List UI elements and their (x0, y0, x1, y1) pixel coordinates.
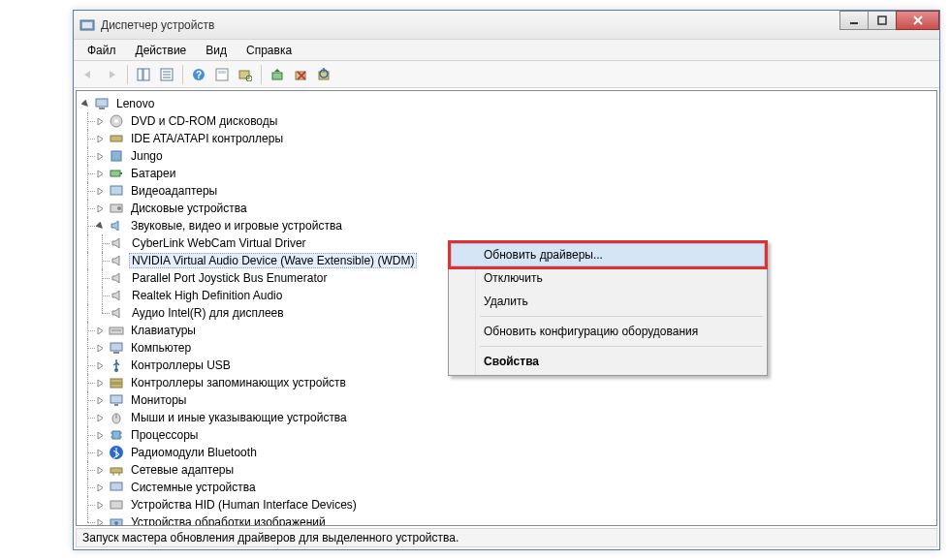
menu-item-label: Удалить (484, 295, 528, 308)
svg-rect-15 (218, 71, 226, 74)
svg-rect-6 (138, 69, 142, 80)
imaging-icon (109, 514, 124, 526)
expand-icon[interactable] (95, 203, 106, 214)
tree-label: NVIDIA Virtual Audio Device (Wave Extens… (129, 253, 417, 268)
keyboard-icon (109, 323, 124, 338)
statusbar: Запуск мастера обновления драйверов для … (76, 528, 937, 547)
context-menu-separator (480, 346, 763, 347)
expand-icon[interactable] (95, 186, 106, 197)
tree-label: Мыши и иные указывающие устройства (128, 410, 350, 425)
expand-icon[interactable] (95, 430, 106, 441)
tree-label: Jungo (128, 148, 166, 164)
svg-rect-55 (111, 501, 122, 509)
expand-icon[interactable] (95, 500, 106, 511)
forward-button[interactable] (101, 64, 122, 85)
uninstall-button[interactable] (290, 64, 311, 85)
tree-item-dvd[interactable]: DVD и CD-ROM дисководы (80, 112, 933, 130)
sound-icon (109, 218, 124, 233)
svg-rect-54 (111, 482, 122, 490)
tree-label: Устройства обработки изображений (128, 514, 329, 526)
disable-button[interactable] (313, 64, 334, 85)
expand-icon[interactable] (95, 169, 106, 179)
back-button[interactable] (78, 64, 99, 85)
tree-item-imaging[interactable]: Устройства обработки изображений (80, 513, 933, 526)
tree-item-bt[interactable]: Радиомодули Bluetooth (80, 444, 933, 461)
expand-icon[interactable] (95, 326, 106, 336)
collapse-icon[interactable] (95, 221, 106, 232)
context-menu-scan[interactable]: Обновить конфигурацию оборудования (451, 320, 765, 343)
menu-file[interactable]: Файл (78, 42, 126, 59)
tree-label: Компьютер (128, 340, 194, 356)
tree-item-batteries[interactable]: Батареи (80, 165, 933, 182)
tree-label: IDE ATA/ATAPI контроллеры (128, 131, 286, 146)
collapse-icon[interactable] (80, 99, 91, 109)
tree-item-disk[interactable]: Дисковые устройства (80, 200, 933, 217)
expand-icon[interactable] (95, 465, 106, 476)
speaker-icon (110, 235, 125, 251)
expand-icon[interactable] (95, 448, 106, 458)
titlebar[interactable]: Диспетчер устройств (74, 11, 939, 40)
tree-item-system[interactable]: Системные устройства (80, 479, 933, 496)
tree-item-video[interactable]: Видеоадаптеры (80, 182, 933, 200)
computer-icon (109, 340, 124, 356)
speaker-icon (110, 288, 125, 303)
context-menu-update-drivers[interactable]: Обновить драйверы... (451, 243, 765, 266)
context-menu-disable[interactable]: Отключить (451, 266, 765, 290)
expand-icon[interactable] (95, 116, 106, 127)
svg-rect-30 (120, 172, 122, 174)
tree-item-net[interactable]: Сетевые адаптеры (80, 461, 933, 479)
context-menu-delete[interactable]: Удалить (451, 290, 765, 313)
svg-rect-31 (111, 186, 122, 195)
tree-item-sound[interactable]: Звуковые, видео и игровые устройства (80, 217, 933, 234)
expand-icon[interactable] (95, 134, 106, 144)
context-menu-separator (480, 316, 763, 317)
context-menu-properties[interactable]: Свойства (451, 350, 765, 373)
window-controls (840, 11, 939, 30)
tree-item-storage[interactable]: Контроллеры запоминающих устройств (80, 374, 933, 391)
expand-icon[interactable] (95, 151, 106, 162)
tree-label: Процессоры (128, 427, 202, 443)
tree-item-jungo[interactable]: Jungo (80, 147, 933, 165)
mouse-icon (109, 410, 124, 425)
svg-rect-36 (111, 343, 122, 351)
tree-label: Realtek High Definition Audio (129, 288, 285, 303)
monitor-icon (109, 392, 124, 408)
menu-help[interactable]: Справка (237, 42, 301, 59)
svg-rect-37 (113, 352, 119, 354)
close-button[interactable] (896, 11, 939, 30)
expand-icon[interactable] (95, 343, 106, 354)
maximize-button[interactable] (868, 11, 897, 30)
scan-hardware-button[interactable] (235, 64, 256, 85)
tree-label: Контроллеры USB (128, 358, 234, 373)
tree-item-ide[interactable]: IDE ATA/ATAPI контроллеры (80, 130, 933, 147)
tree-item-hid[interactable]: Устройства HID (Human Interface Devices) (80, 496, 933, 513)
expand-icon[interactable] (95, 482, 106, 493)
help-button[interactable]: ? (188, 64, 209, 85)
menu-view[interactable]: Вид (196, 42, 237, 59)
tree-root[interactable]: Lenovo (80, 95, 933, 112)
cpu-icon (109, 427, 124, 443)
tree-label: Радиомодули Bluetooth (128, 445, 260, 460)
tree-label: DVD и CD-ROM дисководы (128, 113, 280, 129)
expand-icon[interactable] (95, 360, 106, 371)
tree-label: Клавиатуры (128, 323, 199, 338)
toolbar-sep (127, 65, 128, 84)
minimize-button[interactable] (839, 11, 869, 30)
show-hidden-button[interactable] (211, 64, 233, 85)
update-driver-button[interactable] (267, 64, 288, 85)
tree-item-mice[interactable]: Мыши и иные указывающие устройства (80, 409, 933, 426)
menu-item-label: Свойства (484, 355, 539, 368)
expand-icon[interactable] (95, 378, 106, 389)
tree-item-cpu[interactable]: Процессоры (80, 426, 933, 444)
show-hide-tree-button[interactable] (133, 64, 154, 85)
expand-icon[interactable] (95, 517, 106, 527)
expand-icon[interactable] (95, 413, 106, 423)
tree-item-monitors[interactable]: Мониторы (80, 391, 933, 409)
svg-point-26 (114, 119, 118, 123)
svg-point-57 (114, 521, 118, 525)
expand-icon[interactable] (95, 395, 106, 406)
dvd-icon (109, 113, 124, 129)
menu-item-label: Обновить драйверы... (484, 248, 603, 262)
menu-action[interactable]: Действие (126, 42, 197, 59)
properties-button[interactable] (156, 64, 177, 85)
